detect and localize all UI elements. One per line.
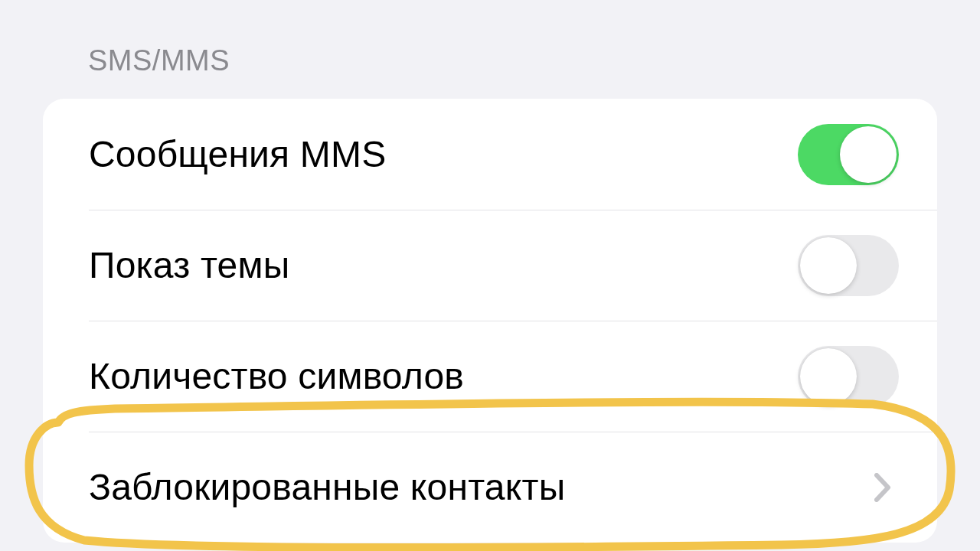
- row-label: Показ темы: [89, 244, 289, 286]
- row-label: Сообщения MMS: [89, 133, 386, 175]
- toggle-mms[interactable]: [798, 124, 899, 185]
- row-blocked-contacts[interactable]: Заблокированные контакты: [43, 432, 937, 543]
- toggle-character-count[interactable]: [798, 346, 899, 407]
- row-label: Заблокированные контакты: [89, 466, 565, 508]
- toggle-knob: [800, 348, 857, 405]
- row-mms-messages: Сообщения MMS: [43, 99, 937, 210]
- section-header: SMS/MMS: [0, 0, 980, 99]
- settings-card: Сообщения MMS Показ темы Количество симв…: [43, 99, 937, 543]
- chevron-right-icon: [874, 473, 891, 502]
- row-label: Количество символов: [89, 355, 464, 397]
- toggle-knob: [800, 237, 857, 294]
- toggle-show-subject[interactable]: [798, 235, 899, 296]
- row-show-subject: Показ темы: [43, 210, 937, 321]
- toggle-knob: [840, 126, 897, 183]
- row-character-count: Количество символов: [43, 321, 937, 432]
